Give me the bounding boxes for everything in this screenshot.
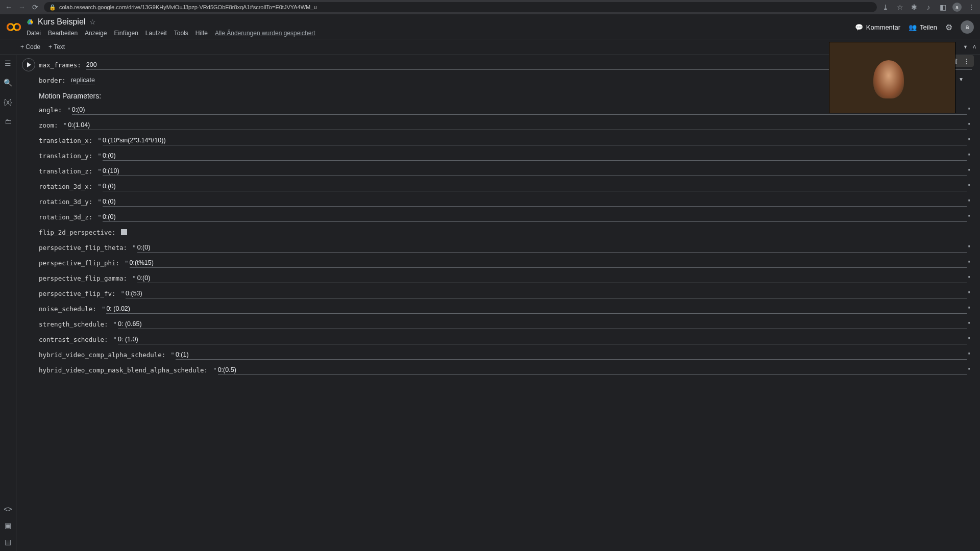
input-perspective-flip-fv[interactable] <box>126 289 967 298</box>
menu-anzeige[interactable]: Anzeige <box>85 30 107 37</box>
row-hybrid-alpha-schedule: hybrid_video_comp_alpha_schedule: " " <box>39 347 972 362</box>
input-contrast-schedule[interactable] <box>118 335 967 344</box>
variables-icon[interactable]: {x} <box>4 98 12 106</box>
install-icon[interactable]: ⤓ <box>881 3 890 12</box>
extensions-icon[interactable]: ✱ <box>910 3 919 12</box>
input-perspective-flip-theta[interactable] <box>137 243 967 253</box>
terminal-icon[interactable]: ▣ <box>4 521 12 530</box>
row-perspective-flip-gamma: perspective_flip_gamma: " " <box>39 270 972 286</box>
input-perspective-flip-phi[interactable] <box>130 258 967 268</box>
input-translation-y[interactable] <box>103 151 967 161</box>
row-translation-x: translation_x: " " <box>39 133 972 148</box>
label-translation-x: translation_x: <box>39 137 92 144</box>
row-hybrid-mask-blend-alpha-schedule: hybrid_video_comp_mask_blend_alpha_sched… <box>39 362 972 378</box>
label-rotation-3d-x: rotation_3d_x: <box>39 183 92 190</box>
label-hybrid-alpha-schedule: hybrid_video_comp_alpha_schedule: <box>39 351 165 359</box>
row-translation-y: translation_y: " " <box>39 148 972 163</box>
reload-button[interactable]: ⟳ <box>31 3 40 12</box>
input-hybrid-mask-blend-alpha-schedule[interactable] <box>218 365 967 375</box>
menu-bar: Datei Bearbeiten Anzeige Einfügen Laufze… <box>27 28 850 37</box>
input-noise-schedule[interactable] <box>106 304 967 314</box>
label-strength-schedule: strength_schedule: <box>39 320 108 328</box>
lock-icon: 🔒 <box>49 4 56 11</box>
label-max-frames: max_frames: <box>39 61 81 69</box>
address-bar[interactable]: 🔒 colab.research.google.com/drive/13G9KH… <box>44 2 877 12</box>
star-icon[interactable]: ☆ <box>89 18 96 26</box>
notebook-content[interactable]: ↑ ↓ ⎘ ✎ ⇔ 🗑 ⋮ max_frames: border: replic… <box>16 55 980 551</box>
label-hybrid-mask-blend-alpha-schedule: hybrid_video_comp_mask_blend_alpha_sched… <box>39 366 208 374</box>
webcam-overlay <box>829 42 955 113</box>
share-icon: 👥 <box>909 23 917 31</box>
input-rotation-3d-z[interactable] <box>103 212 967 222</box>
search-icon[interactable]: 🔍 <box>4 79 12 87</box>
row-perspective-flip-theta: perspective_flip_theta: " " <box>39 240 972 255</box>
row-rotation-3d-y: rotation_3d_y: " " <box>39 194 972 209</box>
row-zoom: zoom: " " <box>39 117 972 133</box>
sidepanel-icon[interactable]: ◧ <box>938 3 947 12</box>
label-zoom: zoom: <box>39 121 58 129</box>
label-rotation-3d-z: rotation_3d_z: <box>39 213 92 221</box>
add-text-button[interactable]: + Text <box>48 43 65 51</box>
label-perspective-flip-theta: perspective_flip_theta: <box>39 244 127 252</box>
chevron-down-icon[interactable]: ▼ <box>959 77 964 82</box>
share-button[interactable]: 👥 Teilen <box>909 23 937 31</box>
collapse-icon[interactable]: ᐱ <box>973 44 976 49</box>
left-rail: ☰ 🔍 {x} 🗀 <> ▣ ▤ <box>0 55 16 551</box>
save-status[interactable]: Alle Änderungen wurden gespeichert <box>215 30 315 37</box>
row-translation-z: translation_z: " " <box>39 163 972 179</box>
add-code-button[interactable]: + Code <box>20 43 40 51</box>
document-title[interactable]: Kurs Beispiel <box>38 17 85 27</box>
label-angle: angle: <box>39 106 62 114</box>
command-icon[interactable]: ▤ <box>4 538 12 546</box>
connect-dropdown-icon[interactable]: ▼ <box>963 44 968 49</box>
user-avatar[interactable]: a <box>961 20 974 34</box>
label-rotation-3d-y: rotation_3d_y: <box>39 198 92 206</box>
comment-icon: 💬 <box>855 23 863 31</box>
code-snippets-icon[interactable]: <> <box>4 505 12 513</box>
select-border[interactable]: replicate <box>71 76 95 85</box>
menu-einfuegen[interactable]: Einfügen <box>114 30 138 37</box>
files-icon[interactable]: 🗀 <box>4 117 12 126</box>
checkbox-flip-2d-perspective[interactable] <box>121 229 127 235</box>
label-flip-2d-perspective: flip_2d_perspective: <box>39 229 116 236</box>
input-hybrid-alpha-schedule[interactable] <box>176 350 967 360</box>
input-zoom[interactable] <box>68 120 967 130</box>
menu-bearbeiten[interactable]: Bearbeiten <box>48 30 78 37</box>
forward-button[interactable]: → <box>17 3 27 12</box>
menu-datei[interactable]: Datei <box>27 30 41 37</box>
row-noise-schedule: noise_schedule: " " <box>39 301 972 316</box>
input-translation-x[interactable] <box>103 136 967 145</box>
menu-laufzeit[interactable]: Laufzeit <box>145 30 167 37</box>
input-rotation-3d-x[interactable] <box>103 182 967 191</box>
row-perspective-flip-phi: perspective_flip_phi: " " <box>39 255 972 270</box>
colab-header: Kurs Beispiel ☆ Datei Bearbeiten Anzeige… <box>0 14 980 39</box>
input-translation-z[interactable] <box>103 166 967 176</box>
gear-icon[interactable]: ⚙ <box>945 22 952 32</box>
toc-icon[interactable]: ☰ <box>4 59 12 67</box>
music-icon[interactable]: ♪ <box>924 3 933 12</box>
menu-icon[interactable]: ⋮ <box>967 3 976 12</box>
label-perspective-flip-gamma: perspective_flip_gamma: <box>39 274 127 282</box>
menu-hilfe[interactable]: Hilfe <box>195 30 208 37</box>
input-strength-schedule[interactable] <box>118 319 967 329</box>
label-translation-y: translation_y: <box>39 152 92 160</box>
label-translation-z: translation_z: <box>39 167 92 175</box>
row-rotation-3d-z: rotation_3d_z: " " <box>39 209 972 224</box>
browser-chrome: ← → ⟳ 🔒 colab.research.google.com/drive/… <box>0 0 980 14</box>
menu-tools[interactable]: Tools <box>174 30 188 37</box>
colab-logo-icon[interactable] <box>6 19 21 35</box>
row-strength-schedule: strength_schedule: " " <box>39 316 972 332</box>
input-perspective-flip-gamma[interactable] <box>137 273 967 283</box>
bookmark-icon[interactable]: ☆ <box>895 3 904 12</box>
back-button[interactable]: ← <box>4 3 13 12</box>
input-rotation-3d-y[interactable] <box>103 197 967 207</box>
profile-avatar[interactable]: a <box>952 3 962 12</box>
run-cell-button[interactable] <box>22 58 35 71</box>
row-rotation-3d-x: rotation_3d_x: " " <box>39 179 972 194</box>
label-contrast-schedule: contrast_schedule: <box>39 336 108 343</box>
comment-button[interactable]: 💬 Kommentar <box>855 23 900 31</box>
label-perspective-flip-fv: perspective_flip_fv: <box>39 290 116 297</box>
more-icon[interactable]: ⋮ <box>963 57 970 65</box>
url-text: colab.research.google.com/drive/13G9KHyM… <box>59 4 317 10</box>
row-perspective-flip-fv: perspective_flip_fv: " " <box>39 286 972 301</box>
